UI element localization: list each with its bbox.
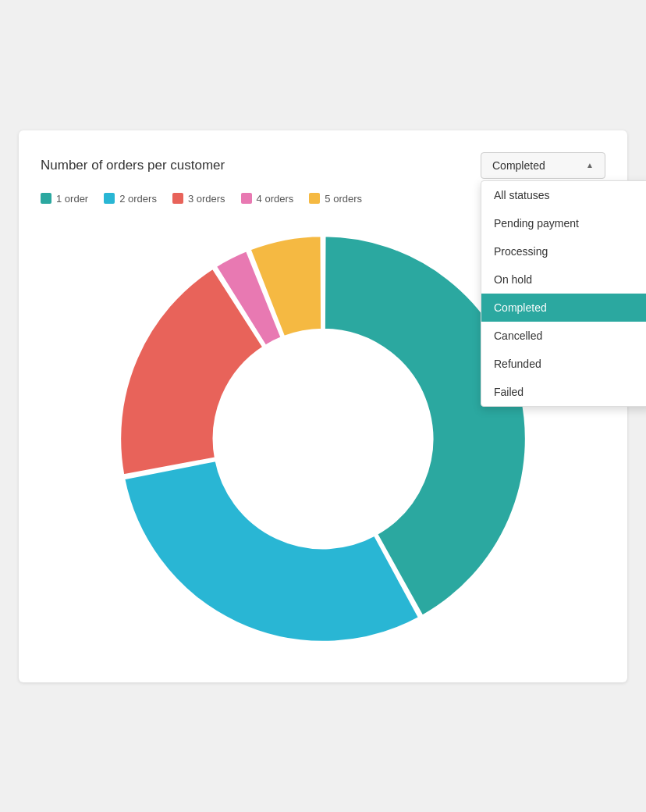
dropdown-item[interactable]: Pending payment bbox=[481, 209, 646, 237]
legend-label: 4 orders bbox=[257, 193, 294, 205]
legend-color-dot bbox=[104, 193, 115, 204]
dropdown-item[interactable]: Processing bbox=[481, 237, 646, 265]
legend-color-dot bbox=[241, 193, 252, 204]
dropdown-item[interactable]: All statuses bbox=[481, 181, 646, 209]
legend-item: 1 order bbox=[41, 193, 88, 205]
card-title: Number of orders per customer bbox=[41, 158, 225, 173]
donut-segment bbox=[123, 459, 421, 642]
legend-item: 4 orders bbox=[241, 193, 294, 205]
dropdown-item[interactable]: Refunded bbox=[481, 350, 646, 378]
dropdown-item[interactable]: Failed bbox=[481, 378, 646, 406]
analytics-card: Number of orders per customer Completed … bbox=[19, 130, 627, 682]
status-dropdown-button[interactable]: Completed ▲ bbox=[481, 152, 605, 179]
dropdown-item[interactable]: Cancelled bbox=[481, 322, 646, 350]
dropdown-menu: All statusesPending paymentProcessingOn … bbox=[481, 180, 646, 407]
legend-color-dot bbox=[41, 193, 51, 204]
dropdown-item[interactable]: On hold bbox=[481, 265, 646, 294]
legend-item: 2 orders bbox=[104, 193, 157, 205]
legend-color-dot bbox=[172, 193, 183, 204]
legend-label: 2 orders bbox=[119, 193, 157, 205]
dropdown-selected-label: Completed bbox=[492, 159, 545, 172]
card-header: Number of orders per customer Completed … bbox=[41, 152, 605, 179]
chevron-up-icon: ▲ bbox=[586, 161, 594, 169]
legend-color-dot bbox=[309, 193, 320, 204]
legend-label: 1 order bbox=[56, 193, 88, 205]
dropdown-item[interactable]: Completed bbox=[481, 294, 646, 322]
legend-item: 3 orders bbox=[172, 193, 225, 205]
legend-label: 5 orders bbox=[325, 193, 362, 205]
legend-item: 5 orders bbox=[309, 193, 362, 205]
status-dropdown-wrapper: Completed ▲ All statusesPending paymentP… bbox=[481, 152, 605, 179]
legend-label: 3 orders bbox=[188, 193, 225, 205]
